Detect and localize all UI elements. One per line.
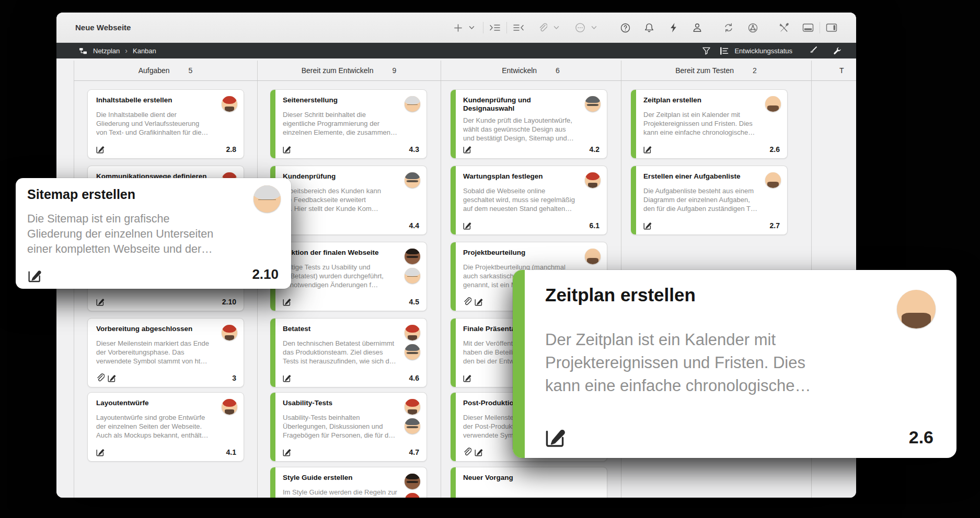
card-erstellen-einer-aufgabenliste[interactable]: Erstellen einer Aufgabenliste Die Aufgab…	[631, 166, 788, 235]
card-betatest[interactable]: Betatest Den technischen Betatest überni…	[270, 318, 427, 387]
edit-note-icon	[96, 145, 105, 154]
assignee-avatar	[222, 325, 237, 340]
breadcrumb-view[interactable]: Kanban	[133, 47, 156, 55]
card-wartungsplan-festlegen[interactable]: Wartungsplan festlegen Sobald die Websei…	[451, 166, 607, 235]
card-task-id: 2.6	[909, 427, 933, 448]
assignee-avatar	[405, 96, 420, 112]
help-icon[interactable]	[618, 21, 632, 34]
card-kundenpruefung-und-designauswahl[interactable]: Kundenprüfung und Designauswahl Der Kund…	[451, 89, 607, 159]
assignee-avatar	[585, 172, 601, 188]
attachment-button[interactable]	[536, 21, 549, 34]
automation-bolt-icon[interactable]	[666, 21, 680, 34]
edit-note-icon	[96, 297, 105, 306]
card-style-guide-erstellen[interactable]: Style Guide erstellen Im Style Guide wer…	[270, 467, 427, 498]
column-header-aufgaben: Aufgaben 5	[74, 61, 257, 80]
card-title: Layoutentwürfe	[96, 399, 235, 407]
assignments-person-icon[interactable]	[690, 21, 704, 34]
indent-icon[interactable]	[488, 21, 502, 34]
card-task-id: 2.10	[222, 298, 236, 306]
toolbar	[451, 13, 838, 43]
card-produktion-der-finalen-webseite[interactable]: duktion der finalen Webseite gültige Tes…	[270, 242, 427, 311]
card-task-id: 4.7	[409, 448, 419, 456]
window-title: Neue Webseite	[75, 23, 131, 32]
edit-note-icon	[643, 145, 652, 154]
card-title: duktion der finalen Webseite	[283, 249, 418, 257]
card-description: Die Aufgabenliste besteht aus einem Diag…	[643, 186, 779, 213]
assignee-avatar	[405, 418, 420, 434]
toolbar-divider	[483, 22, 483, 33]
settings-wrench-icon[interactable]	[831, 45, 843, 56]
card-task-id: 6.1	[590, 221, 599, 230]
column-header-bereit-zum-testen: Bereit zum Testen 2	[621, 61, 811, 80]
card-task-id: 2.6	[770, 145, 780, 154]
card-title: Inhaltstabelle erstellen	[96, 96, 235, 104]
card-description: Dieser Schritt beinhaltet die eigentlich…	[283, 110, 418, 137]
dragged-card-zeitplan-erstellen[interactable]: Zeitplan erstellen Der Zeitplan ist ein …	[513, 270, 956, 458]
right-panel-toggle[interactable]	[825, 21, 838, 34]
column-count: 6	[556, 66, 560, 75]
column-label: Bereit zum Testen	[675, 66, 734, 75]
edit-note-icon	[474, 448, 483, 456]
dragged-card-sitemap-erstellen[interactable]: Sitemap erstellen Die Sitemap ist ein gr…	[16, 178, 291, 289]
style-brush-icon[interactable]	[807, 45, 818, 56]
assignee-avatar	[405, 249, 420, 264]
breadcrumb-project[interactable]: Netzplan	[93, 47, 120, 55]
column-count: 2	[753, 66, 757, 75]
card-seitenerstellung[interactable]: Seitenerstellung Dieser Schritt beinhalt…	[270, 89, 427, 159]
card-title: Neuer Vorgang	[463, 474, 598, 482]
card-description: Dieser Meilenstein markiert das Ende der…	[96, 339, 235, 366]
assignee-avatar	[405, 268, 420, 284]
group-by-status-label[interactable]: Entwicklungsstatus	[734, 47, 792, 55]
card-usability-tests[interactable]: Usability-Tests Usability-Tests beinhalt…	[270, 392, 427, 462]
card-title: Zeitplan erstellen	[643, 96, 779, 104]
add-task-button[interactable]	[451, 21, 465, 34]
card-neuer-vorgang[interactable]: Neuer Vorgang	[451, 467, 607, 498]
card-task-id: 3	[232, 374, 236, 382]
card-title: Kundenprüfung und Designauswahl	[463, 96, 598, 113]
group-by-icon[interactable]	[718, 45, 730, 56]
more-chevron-button[interactable]	[587, 21, 601, 34]
card-task-id: 4.2	[590, 145, 599, 154]
attachment-chevron-button[interactable]	[549, 21, 563, 34]
assignee-avatar	[765, 96, 781, 112]
card-title: Sitemap erstellen	[27, 186, 280, 202]
outdent-icon[interactable]	[512, 21, 525, 34]
filter-funnel-icon[interactable]	[700, 45, 712, 56]
card-inhaltstabelle-erstellen[interactable]: Inhaltstabelle erstellen Die Inhaltstabe…	[87, 89, 244, 159]
card-title: Kundenprüfung	[283, 172, 418, 181]
card-vorbereitung-abgeschlossen[interactable]: Vorbereitung abgeschlossen Dieser Meilen…	[87, 318, 244, 387]
card-description: gültige Tests zu Usability und s (Betate…	[283, 263, 418, 289]
card-title: Betatest	[283, 325, 418, 333]
card-title: Style Guide erstellen	[283, 474, 418, 482]
assignee-avatar	[405, 474, 420, 489]
column-label: Entwickeln	[502, 66, 537, 75]
column-header-entwickeln: Entwickeln 6	[441, 61, 621, 80]
edit-note-icon	[282, 448, 291, 456]
assignee-avatar	[222, 96, 237, 112]
edit-note-icon	[474, 297, 483, 306]
edit-note-icon	[643, 221, 652, 230]
card-description: Die Sitemap ist ein grafische Gliederung…	[27, 211, 280, 257]
card-zeitplan-erstellen[interactable]: Zeitplan erstellen Der Zeitplan ist ein …	[631, 89, 788, 159]
card-task-id: 4.5	[409, 298, 419, 306]
notifications-bell-icon[interactable]	[642, 21, 656, 34]
publish-network-icon[interactable]	[746, 21, 759, 34]
assignee-avatar	[897, 290, 936, 328]
card-description: Layoutentwürfe sind grobe Entwürfe der e…	[96, 413, 235, 440]
more-options-button[interactable]	[573, 21, 587, 34]
edit-note-icon	[463, 145, 471, 154]
card-description: Im Style Guide werden die Regeln zur Erh…	[283, 488, 418, 498]
card-task-id: 4.3	[409, 145, 419, 154]
assignee-avatar	[405, 344, 420, 360]
add-chevron-button[interactable]	[465, 21, 478, 34]
card-task-id: 2.8	[226, 145, 236, 154]
card-kundenpruefung[interactable]: Kundenprüfung Arbeitsbereich des Kunden …	[270, 166, 427, 235]
card-layoutentwuerfe[interactable]: Layoutentwürfe Layoutentwürfe sind grobe…	[87, 392, 244, 462]
edit-note-icon	[107, 373, 116, 382]
sync-icon[interactable]	[722, 21, 735, 34]
tools-icon[interactable]	[777, 21, 791, 34]
edit-note-icon	[544, 426, 566, 448]
attachment-paperclip-icon	[463, 448, 471, 456]
bottom-panel-toggle[interactable]	[801, 21, 815, 34]
column-divider	[441, 61, 441, 498]
